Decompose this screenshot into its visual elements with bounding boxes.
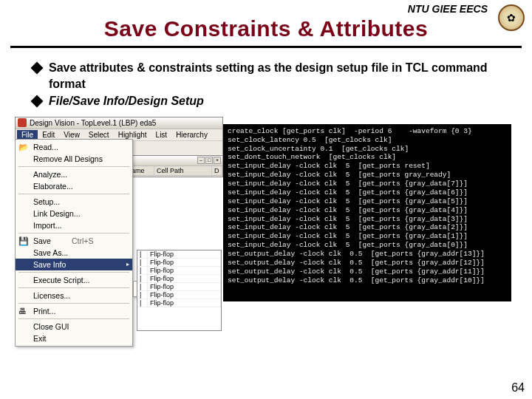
menu-item-analyze[interactable]: Analyze... bbox=[16, 168, 132, 180]
row-label: Flip-flop bbox=[148, 267, 221, 274]
menu-item-save[interactable]: 💾SaveCtrl+S bbox=[16, 235, 132, 247]
bullet-list: Save attributes & constraints setting as… bbox=[33, 60, 499, 109]
col-d[interactable]: D bbox=[212, 166, 222, 175]
brand-label: NTU GIEE EECS bbox=[0, 0, 532, 16]
menu-separator bbox=[18, 287, 129, 288]
row-marker: | bbox=[137, 267, 148, 274]
list-item[interactable]: |Flip-flop bbox=[137, 291, 221, 299]
bullet-item: Save attributes & constraints setting as… bbox=[33, 60, 499, 92]
window-titlebar: Design Vision - TopLevel.1 (LBP) eda5 bbox=[16, 117, 222, 129]
menu-label: Save Info bbox=[33, 260, 66, 269]
menu-hierarchy[interactable]: Hierarchy bbox=[171, 130, 212, 140]
row-label: Flip-flop bbox=[148, 250, 221, 258]
menu-separator bbox=[18, 272, 129, 273]
menu-item-close-gui[interactable]: Close GUI bbox=[16, 321, 132, 332]
menu-item-save-as[interactable]: Save As... bbox=[16, 247, 132, 259]
list-item[interactable]: |Flip-flop bbox=[137, 259, 221, 267]
minimize-icon[interactable]: – bbox=[197, 157, 205, 164]
open-icon: 📂 bbox=[18, 143, 29, 153]
cells-panel: |Flip-flop|Flip-flop|Flip-flop|Flip-flop… bbox=[137, 250, 222, 331]
list-item[interactable]: |Flip-flop bbox=[137, 250, 221, 259]
list-item[interactable]: |Flip-flop bbox=[137, 283, 221, 291]
menu-item-import[interactable]: Import... bbox=[16, 219, 132, 231]
menu-label: Close GUI bbox=[33, 322, 69, 331]
cells-list: |Flip-flop|Flip-flop|Flip-flop|Flip-flop… bbox=[137, 250, 221, 307]
row-label: Flip-flop bbox=[148, 299, 221, 307]
bullet-icon bbox=[31, 95, 44, 108]
hierarchy-panel: – □ × ame Cell Path D bbox=[118, 155, 223, 177]
list-item[interactable]: |Flip-flop bbox=[137, 299, 221, 307]
menu-item-elaborate[interactable]: Elaborate... bbox=[16, 180, 132, 192]
menu-item-exit[interactable]: Exit bbox=[16, 332, 132, 344]
col-cellpath[interactable]: Cell Path bbox=[154, 166, 212, 175]
page-number: 64 bbox=[511, 381, 525, 395]
menu-separator bbox=[18, 233, 129, 233]
menu-item-print[interactable]: 🖶Print... bbox=[16, 305, 132, 317]
row-label: Flip-flop bbox=[148, 259, 221, 266]
menu-separator bbox=[18, 318, 129, 319]
menu-label: Remove All Designs bbox=[33, 154, 103, 163]
menu-list[interactable]: List bbox=[151, 130, 172, 140]
bullet-text: Save attributes & constraints setting as… bbox=[49, 60, 499, 92]
row-marker: | bbox=[137, 291, 148, 299]
menu-separator bbox=[18, 194, 129, 194]
slide-title: Save Constraints & Attributes bbox=[0, 16, 532, 41]
menu-label: Setup... bbox=[33, 197, 60, 206]
panel-titlebar: – □ × bbox=[119, 156, 222, 166]
menu-label: Execute Script... bbox=[33, 276, 89, 284]
row-marker: | bbox=[137, 250, 148, 258]
menu-item-save-info[interactable]: Save Info▸ bbox=[16, 259, 132, 270]
menu-label: Licenses... bbox=[33, 291, 70, 300]
bullet-icon bbox=[31, 62, 44, 75]
ntu-logo: ✿ bbox=[498, 4, 525, 31]
hierarchy-columns: ame Cell Path D bbox=[119, 166, 222, 176]
menu-label: Elaborate... bbox=[33, 182, 73, 191]
menu-label: Import... bbox=[33, 221, 62, 230]
menu-item-setup[interactable]: Setup... bbox=[16, 196, 132, 208]
title-underline bbox=[10, 46, 522, 48]
list-item[interactable]: |Flip-flop bbox=[137, 267, 221, 275]
col-name[interactable]: ame bbox=[129, 166, 154, 175]
menu-label: Link Design... bbox=[33, 209, 81, 218]
menu-item-link-design[interactable]: Link Design... bbox=[16, 208, 132, 219]
tcl-output-terminal: create_clock [get_ports clk] -period 6 -… bbox=[223, 124, 511, 301]
row-marker: | bbox=[137, 299, 148, 307]
menu-item-execute-script[interactable]: Execute Script... bbox=[16, 274, 132, 286]
bullet-item: File/Save Info/Design Setup bbox=[33, 93, 499, 109]
maximize-icon[interactable]: □ bbox=[205, 157, 213, 164]
menu-separator bbox=[18, 303, 129, 304]
row-label: Flip-flop bbox=[148, 275, 221, 282]
row-label: Flip-flop bbox=[148, 283, 221, 290]
screenshot-composite: Design Vision - TopLevel.1 (LBP) eda5 Fi… bbox=[15, 117, 532, 338]
save-icon: 💾 bbox=[18, 236, 29, 247]
menu-label: Save As... bbox=[33, 248, 68, 257]
window-title: Design Vision - TopLevel.1 (LBP) eda5 bbox=[30, 119, 156, 127]
menu-accelerator: Ctrl+S bbox=[72, 236, 93, 245]
bullet-text: File/Save Info/Design Setup bbox=[49, 93, 499, 109]
row-marker: | bbox=[137, 283, 148, 290]
row-marker: | bbox=[137, 259, 148, 266]
print-icon: 🖶 bbox=[18, 307, 29, 317]
menu-separator bbox=[18, 166, 129, 167]
app-icon bbox=[18, 118, 27, 127]
menu-label: Analyze... bbox=[33, 170, 67, 179]
file-menu-dropdown[interactable]: 📂Read...Remove All DesignsAnalyze...Elab… bbox=[15, 139, 133, 347]
menu-label: Print... bbox=[33, 307, 55, 316]
list-item[interactable]: |Flip-flop bbox=[137, 275, 221, 283]
menu-item-remove-all-designs[interactable]: Remove All Designs bbox=[16, 153, 132, 165]
menu-label: Exit bbox=[33, 334, 47, 343]
close-icon[interactable]: × bbox=[214, 157, 221, 164]
menu-label: Save bbox=[33, 236, 51, 245]
chevron-right-icon: ▸ bbox=[126, 261, 129, 267]
menu-item-licenses[interactable]: Licenses... bbox=[16, 290, 132, 301]
menu-item-read[interactable]: 📂Read... bbox=[16, 141, 132, 153]
menu-label: Read... bbox=[33, 143, 58, 151]
row-marker: | bbox=[137, 275, 148, 282]
row-label: Flip-flop bbox=[148, 291, 221, 299]
